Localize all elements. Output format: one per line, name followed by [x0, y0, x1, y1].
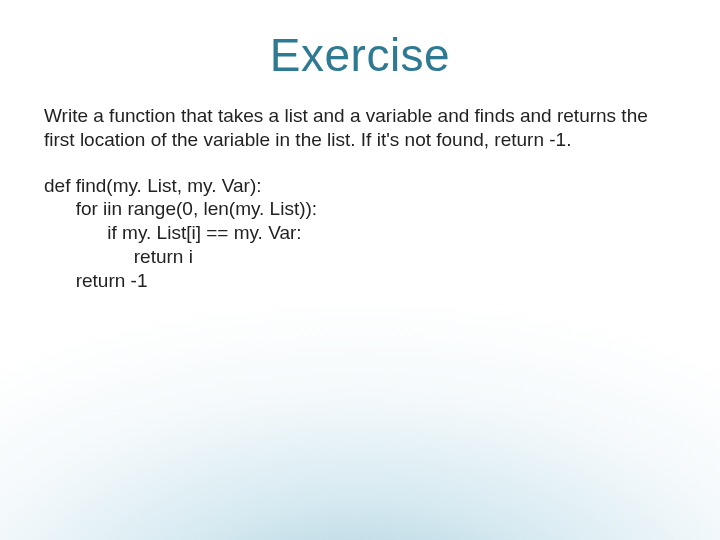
slide-title: Exercise [44, 28, 676, 82]
code-block: def find(my. List, my. Var): for iin ran… [44, 174, 676, 293]
slide: Exercise Write a function that takes a l… [0, 0, 720, 540]
slide-description: Write a function that takes a list and a… [44, 104, 676, 152]
